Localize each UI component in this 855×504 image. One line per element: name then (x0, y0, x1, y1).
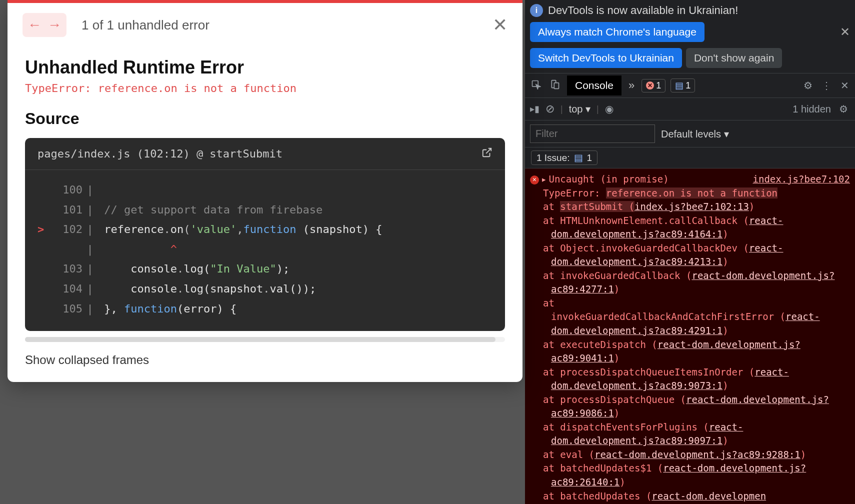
source-code-block: pages/index.js (102:12) @ startSubmit 10… (25, 138, 505, 331)
horizontal-scrollbar[interactable] (25, 337, 505, 342)
code-line-104: 104| console.log(snapshot.val()); (38, 279, 492, 299)
clear-console-icon[interactable]: ⊘ (546, 102, 554, 116)
console-error-entry[interactable]: ✕▸Uncaught (in promise) index.js?bee7:10… (530, 172, 850, 186)
close-banner-icon[interactable]: ✕ (840, 25, 850, 39)
error-message: TypeError: reference.on is not a functio… (25, 82, 505, 94)
tab-console[interactable]: Console (567, 76, 622, 96)
issues-chip[interactable]: 1 Issue: ▤ 1 (531, 150, 598, 165)
console-filter-input[interactable] (530, 124, 655, 143)
code-line-103: 103| console.log("In Value"); (38, 259, 492, 279)
source-heading: Source (25, 110, 505, 128)
live-expression-icon[interactable]: ◉ (605, 103, 614, 115)
inspect-element-icon[interactable] (529, 78, 543, 94)
kebab-menu-icon[interactable]: ⋮ (820, 78, 834, 94)
gear-icon[interactable]: ⚙ (802, 78, 814, 94)
execution-context-selector[interactable]: top ▾ (569, 103, 590, 115)
info-count-badge[interactable]: ▤1 (670, 78, 695, 92)
dont-show-again-button[interactable]: Don't show again (686, 48, 782, 68)
stack-link[interactable]: index.js?bee7:102:13 (634, 201, 749, 212)
issues-bar: 1 Issue: ▤ 1 (525, 148, 855, 168)
svg-line-0 (486, 148, 491, 154)
error-count-badge[interactable]: ✕1 (642, 79, 666, 92)
error-nav: ← → (22, 13, 66, 37)
console-toolbar: ▸▮ ⊘ | top ▾ | ◉ 1 hidden ⚙ (525, 98, 855, 120)
open-in-editor-icon[interactable] (482, 147, 492, 160)
error-overlay: ← → 1 of 1 unhandled error ✕ Unhandled R… (8, 0, 522, 382)
more-tabs-icon[interactable]: » (626, 77, 636, 94)
switch-language-button[interactable]: Switch DevTools to Ukrainian (530, 48, 682, 68)
error-counter: 1 of 1 unhandled error (82, 18, 492, 33)
console-output: ✕▸Uncaught (in promise) index.js?bee7:10… (525, 168, 855, 504)
devtools-main-toolbar: Console » ✕1 ▤1 ⚙ ⋮ ✕ (525, 73, 855, 98)
log-levels-selector[interactable]: Default levels ▾ (661, 128, 729, 140)
code-line-105: 105| }, function(error) { (38, 299, 492, 319)
source-link[interactable]: index.js?bee7:102 (753, 172, 850, 186)
console-filter-bar: Default levels ▾ (525, 120, 855, 148)
code-line-100: 100| (38, 180, 492, 200)
info-icon: i (530, 4, 543, 17)
error-title: Unhandled Runtime Error (25, 57, 505, 78)
device-toggle-icon[interactable] (548, 78, 562, 94)
code-line-caret: | ^ (38, 240, 492, 260)
devtools-panel: i DevTools is now available in Ukrainian… (525, 0, 855, 504)
error-icon: ✕ (530, 176, 539, 184)
svg-rect-3 (554, 82, 558, 88)
show-console-sidebar-icon[interactable]: ▸▮ (530, 104, 540, 114)
stack-link[interactable]: react-dom.developmen (652, 490, 766, 502)
next-error-button[interactable]: → (44, 15, 64, 35)
prev-error-button[interactable]: ← (24, 15, 44, 35)
stack-link[interactable]: react-dom.development.js?ac89:9288:1 (594, 449, 800, 460)
source-location: pages/index.js (102:12) @ startSubmit (38, 148, 282, 160)
code-line-102: >102| reference.on('value',function (sna… (38, 220, 492, 240)
console-settings-icon[interactable]: ⚙ (837, 101, 850, 117)
hidden-messages-label[interactable]: 1 hidden (792, 104, 831, 115)
show-collapsed-frames-button[interactable]: Show collapsed frames (25, 353, 505, 367)
code-line-101: 101| // get support data from firebase (38, 200, 492, 220)
always-match-language-button[interactable]: Always match Chrome's language (530, 22, 704, 42)
close-icon[interactable]: ✕ (492, 14, 508, 36)
close-devtools-icon[interactable]: ✕ (838, 78, 851, 94)
devtools-language-banner: DevTools is now available in Ukrainian! (548, 4, 738, 17)
